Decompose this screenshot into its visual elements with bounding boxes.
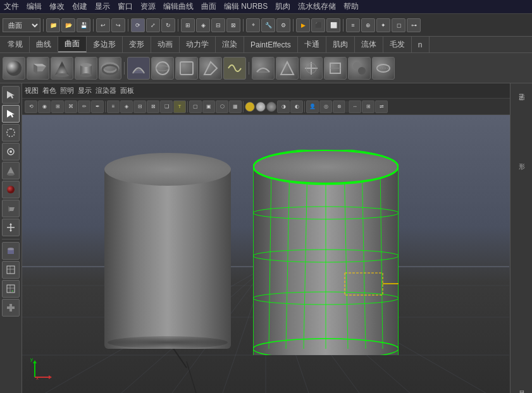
vp-icon-wire[interactable]: ⬡ (216, 100, 228, 113)
cylinder-right[interactable] (253, 150, 399, 355)
vp-icon-camera[interactable]: ◈ (120, 100, 133, 113)
vp-icon-head[interactable]: 👤 (306, 100, 319, 113)
menu-edit-curves[interactable]: 编辑曲线 (163, 1, 194, 12)
shelf-tool-3[interactable] (175, 57, 198, 80)
toolbar-icon-14[interactable]: ⊕ (361, 18, 375, 32)
menu-assets[interactable]: 资源 (140, 1, 156, 12)
toolbar-icon-11[interactable]: 🔧 (261, 18, 275, 32)
tool-lasso[interactable] (2, 124, 20, 142)
shelf-tool-2[interactable] (151, 57, 174, 80)
tool-select-arrow[interactable] (2, 86, 20, 104)
tool-3d-shape[interactable] (2, 200, 20, 217)
toolbar-icon-16[interactable]: ◻ (392, 18, 405, 32)
vp-icon-checker[interactable]: ▦ (229, 100, 242, 113)
shelf-tool-5[interactable] (223, 57, 246, 80)
menu-pipeline[interactable]: 流水线存储 (298, 1, 336, 12)
toolbar-icon-6[interactable]: ⊞ (181, 18, 195, 32)
vp-icon-16[interactable]: ⊞ (362, 100, 374, 113)
menu-edit[interactable]: 编辑 (27, 1, 42, 12)
vp-icon-15[interactable]: ↔ (349, 100, 361, 113)
tool-plus-grid[interactable]: + (2, 280, 20, 298)
tab-toon[interactable]: 卡通 (298, 37, 326, 52)
toolbar-icon-15[interactable]: ✦ (376, 18, 390, 32)
vp-icon-9[interactable]: ❑ (160, 100, 173, 113)
tab-surface[interactable]: 曲面 (58, 37, 87, 52)
toolbar-icon-7[interactable]: ◈ (196, 18, 210, 32)
toolbar-icon-rotate[interactable]: ↻ (161, 18, 175, 32)
menu-file[interactable]: 文件 (4, 1, 19, 12)
shelf-tool-7[interactable] (276, 57, 299, 80)
tool-cross[interactable] (2, 299, 20, 317)
toolbar-icon-3[interactable]: 💾 (77, 18, 90, 32)
tab-polygon[interactable]: 多边形 (87, 37, 123, 52)
tab-curves[interactable]: 曲线 (30, 37, 58, 52)
toolbar-icon-8[interactable]: ⊟ (211, 18, 225, 32)
shelf-tool-8[interactable] (300, 57, 323, 80)
vp-icon-12[interactable]: ◐ (290, 100, 303, 113)
shelf-tool-11[interactable] (372, 57, 395, 80)
tab-n[interactable]: n (412, 37, 430, 52)
vp-icon-8[interactable]: ⊠ (147, 100, 159, 113)
menu-surface[interactable]: 曲面 (201, 1, 216, 12)
vp-icon-3[interactable]: ⊞ (51, 100, 64, 113)
vp-icon-light-yellow[interactable] (245, 102, 255, 112)
toolbar-icon-2[interactable]: 📂 (61, 18, 75, 32)
tab-animation[interactable]: 动画 (151, 37, 180, 52)
shelf-torus[interactable] (99, 57, 121, 80)
vp-icon-text[interactable]: T (173, 100, 186, 113)
vp-icon-box[interactable]: ▢ (189, 100, 202, 113)
toolbar-icon-1[interactable]: 📁 (46, 18, 60, 32)
vp-icon-solid[interactable]: ▣ (202, 100, 215, 113)
toolbar-icon-render2[interactable]: ⬛ (311, 18, 325, 32)
vp-menu-lighting[interactable]: 照明 (60, 86, 74, 95)
vp-icon-2[interactable]: ◉ (38, 100, 51, 113)
vp-menu-shading[interactable]: 着色 (42, 86, 56, 95)
tab-muscle[interactable]: 肌肉 (326, 37, 355, 52)
shelf-tool-9[interactable] (324, 57, 347, 80)
vp-icon-layers[interactable]: ≡ (107, 100, 120, 113)
vp-icon-14[interactable]: ⊗ (333, 100, 345, 113)
tool-cone-shape[interactable] (2, 162, 20, 179)
vp-icon-grid-tog[interactable]: ⊟ (133, 100, 146, 113)
vp-menu-show[interactable]: 显示 (78, 86, 92, 95)
tool-select-arrow-2[interactable] (2, 105, 20, 123)
toolbar-icon-4[interactable]: ↩ (96, 18, 110, 32)
scene-canvas[interactable]: x y (22, 115, 510, 393)
shelf-tool-6[interactable] (252, 57, 275, 80)
toolbar-icon-9[interactable]: ⊠ (226, 18, 240, 32)
vp-menu-panel[interactable]: 面板 (120, 86, 134, 95)
vp-icon-13[interactable]: ◎ (319, 100, 332, 113)
toolbar-icon-12[interactable]: ⚙ (276, 18, 290, 32)
shelf-cylinder[interactable] (75, 57, 97, 80)
shelf-tool-1[interactable] (127, 57, 150, 80)
toolbar-icon-scale[interactable]: ⤢ (146, 18, 160, 32)
tab-fluid[interactable]: 流体 (355, 37, 383, 52)
vp-icon-5[interactable]: ✏ (78, 100, 90, 113)
tool-move[interactable] (2, 219, 20, 236)
tab-painteffects[interactable]: PaintEffects (244, 37, 298, 52)
tab-general[interactable]: 常规 (1, 37, 30, 52)
menu-display[interactable]: 显示 (95, 1, 110, 12)
shelf-tool-10[interactable] (348, 57, 371, 80)
vp-icon-light-gray[interactable] (256, 102, 266, 112)
vp-icon-6[interactable]: ✒ (91, 100, 104, 113)
toolbar-icon-render1[interactable]: ▶ (296, 18, 310, 32)
menu-help[interactable]: 帮助 (343, 1, 359, 12)
vp-icon-light-dk[interactable] (266, 102, 276, 112)
mode-selector[interactable]: 曲面 (3, 18, 40, 32)
vp-icon-1[interactable]: ⟲ (25, 100, 37, 113)
toolbar-icon-move[interactable]: ⟳ (131, 18, 145, 32)
menu-modify[interactable]: 修改 (49, 1, 65, 12)
menu-muscle[interactable]: 肌肉 (275, 1, 290, 12)
toolbar-icon-17[interactable]: ⊶ (407, 18, 421, 32)
vp-icon-11[interactable]: ◑ (277, 100, 290, 113)
tool-grid[interactable] (2, 261, 20, 279)
tab-render[interactable]: 渲染 (216, 37, 244, 52)
vp-menu-renderer[interactable]: 渲染器 (96, 86, 116, 95)
toolbar-icon-render3[interactable]: ⬜ (326, 18, 340, 32)
tool-paint[interactable] (2, 143, 20, 160)
shelf-tool-4[interactable] (199, 57, 222, 80)
tab-dynamics[interactable]: 动力学 (180, 37, 216, 52)
menu-window[interactable]: 窗口 (118, 1, 133, 12)
tab-fur[interactable]: 毛发 (383, 37, 412, 52)
